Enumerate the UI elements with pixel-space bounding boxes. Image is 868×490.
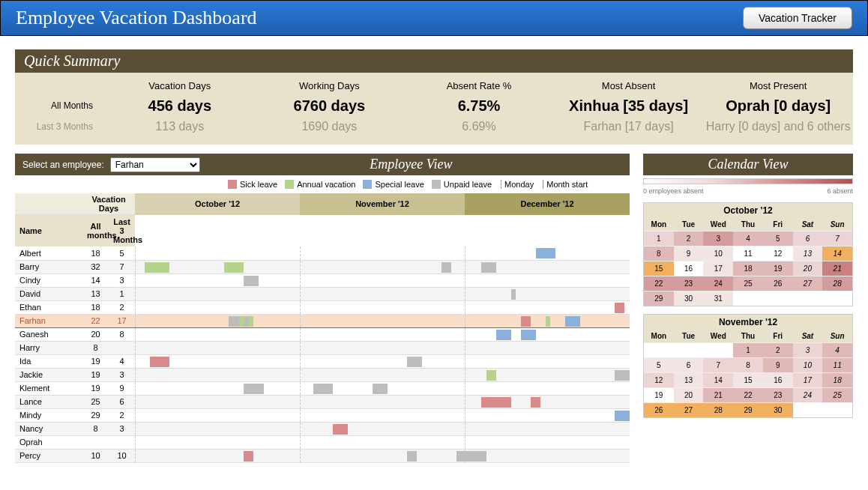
calendar-day[interactable]: 24 xyxy=(703,276,733,291)
mini-calendar: October '12MonTueWedThuFriSatSun12345678… xyxy=(643,202,853,306)
calendar-day[interactable]: 4 xyxy=(733,231,763,246)
calendar-day[interactable]: 16 xyxy=(674,261,704,276)
calendar-day[interactable]: 10 xyxy=(703,246,733,261)
timeline-cell xyxy=(135,435,630,449)
month-header: November '12 xyxy=(300,193,465,215)
calendar-day[interactable]: 11 xyxy=(822,357,852,372)
employee-select[interactable]: Farhan xyxy=(110,157,200,172)
page-title: Employee Vacation Dashboard xyxy=(16,7,257,29)
calendar-day[interactable]: 7 xyxy=(822,231,852,246)
table-row[interactable]: Oprah xyxy=(15,435,630,449)
calendar-day[interactable]: 8 xyxy=(644,246,674,261)
calendar-day[interactable]: 26 xyxy=(763,276,793,291)
calendar-day[interactable]: 14 xyxy=(703,372,733,387)
calendar-day[interactable]: 28 xyxy=(703,402,733,417)
vacation-bar xyxy=(407,451,417,462)
calendar-day[interactable]: 23 xyxy=(763,387,793,402)
calendar-day[interactable]: 7 xyxy=(703,357,733,372)
calendar-day[interactable]: 19 xyxy=(763,261,793,276)
calendar-day[interactable]: 1 xyxy=(733,342,763,357)
calendar-day[interactable]: 22 xyxy=(644,276,674,291)
calendar-day[interactable]: 6 xyxy=(674,357,704,372)
table-row[interactable]: Ethan182 xyxy=(15,300,630,314)
swatch-unpaid-icon xyxy=(432,180,441,189)
calendar-day[interactable]: 17 xyxy=(793,372,823,387)
table-row[interactable]: David131 xyxy=(15,287,630,300)
calendar-day[interactable]: 13 xyxy=(674,372,704,387)
calendar-day[interactable]: 27 xyxy=(674,402,704,417)
calendar-day[interactable]: 25 xyxy=(733,276,763,291)
table-row[interactable]: Barry327 xyxy=(15,260,630,273)
table-row[interactable]: Mindy292 xyxy=(15,408,630,422)
swatch-special-icon xyxy=(363,180,372,189)
cell-name: Jackie xyxy=(15,368,82,381)
vacation-bar xyxy=(145,262,169,273)
table-row[interactable]: Lance256 xyxy=(15,395,630,408)
calendar-day[interactable]: 22 xyxy=(733,387,763,402)
cell-all: 29 xyxy=(82,408,109,422)
calendar-day[interactable]: 30 xyxy=(674,291,704,306)
dow-label: Wed xyxy=(703,330,733,342)
calendar-day[interactable]: 25 xyxy=(822,387,852,402)
calendar-day[interactable]: 21 xyxy=(703,387,733,402)
table-row[interactable]: Ida194 xyxy=(15,354,630,368)
table-row[interactable]: Albert185 xyxy=(15,246,630,260)
calendar-day[interactable]: 28 xyxy=(822,276,852,291)
calendar-day[interactable]: 11 xyxy=(733,246,763,261)
cell-name: Cindy xyxy=(15,273,82,287)
calendar-day[interactable]: 3 xyxy=(703,231,733,246)
calendar-day[interactable]: 16 xyxy=(763,372,793,387)
calendar-day[interactable]: 2 xyxy=(674,231,704,246)
calendar-day[interactable]: 31 xyxy=(703,291,733,306)
table-row[interactable]: Farhan2217 xyxy=(15,314,630,327)
calendar-day[interactable]: 29 xyxy=(733,402,763,417)
dow-label: Sun xyxy=(822,218,852,231)
calendar-day[interactable]: 29 xyxy=(644,291,674,306)
calendar-day[interactable]: 5 xyxy=(763,231,793,246)
calendar-day[interactable]: 20 xyxy=(793,261,823,276)
summary-value-last3: 6.69% xyxy=(404,116,554,137)
calendar-day[interactable]: 27 xyxy=(793,276,823,291)
calendar-day[interactable]: 30 xyxy=(763,402,793,417)
calendar-day[interactable]: 19 xyxy=(644,387,674,402)
calendar-day[interactable]: 26 xyxy=(644,402,674,417)
calendar-day[interactable]: 12 xyxy=(763,246,793,261)
cell-last3: 10 xyxy=(109,449,135,462)
vacation-tracker-button[interactable]: Vacation Tracker xyxy=(743,7,852,29)
timeline-legend: Sick leave Annual vacation Special leave… xyxy=(15,175,630,193)
table-row[interactable]: Ganesh208 xyxy=(15,327,630,341)
calendar-day[interactable]: 18 xyxy=(822,372,852,387)
cell-all: 32 xyxy=(82,260,109,273)
table-row[interactable]: Nancy83 xyxy=(15,422,630,435)
dow-label: Fri xyxy=(763,218,793,231)
calendar-day[interactable]: 3 xyxy=(793,342,823,357)
table-row[interactable]: Harry8 xyxy=(15,341,630,354)
calendar-day[interactable]: 9 xyxy=(763,357,793,372)
calendar-day[interactable]: 8 xyxy=(733,357,763,372)
calendar-day[interactable]: 1 xyxy=(644,231,674,246)
calendar-day[interactable]: 13 xyxy=(793,246,823,261)
calendar-day[interactable]: 18 xyxy=(733,261,763,276)
calendar-day[interactable]: 14 xyxy=(822,246,852,261)
table-row[interactable]: Jackie193 xyxy=(15,368,630,381)
calendar-day[interactable]: 10 xyxy=(793,357,823,372)
calendar-day[interactable]: 23 xyxy=(674,276,704,291)
calendar-day[interactable]: 21 xyxy=(822,261,852,276)
table-row[interactable]: Percy1010 xyxy=(15,449,630,462)
calendar-day[interactable]: 24 xyxy=(793,387,823,402)
calendar-day[interactable]: 20 xyxy=(674,387,704,402)
summary-value-last3: 1690 days xyxy=(255,116,405,137)
calendar-day[interactable]: 12 xyxy=(644,372,674,387)
cell-last3: 6 xyxy=(109,395,135,408)
calendar-day[interactable]: 15 xyxy=(644,261,674,276)
table-row[interactable]: Cindy143 xyxy=(15,273,630,287)
dow-label: Thu xyxy=(733,330,763,342)
calendar-day[interactable]: 5 xyxy=(644,357,674,372)
table-row[interactable]: Klement199 xyxy=(15,381,630,395)
calendar-day[interactable]: 6 xyxy=(793,231,823,246)
calendar-day[interactable]: 9 xyxy=(674,246,704,261)
calendar-day[interactable]: 17 xyxy=(703,261,733,276)
calendar-day[interactable]: 2 xyxy=(763,342,793,357)
calendar-day[interactable]: 15 xyxy=(733,372,763,387)
calendar-day[interactable]: 4 xyxy=(822,342,852,357)
